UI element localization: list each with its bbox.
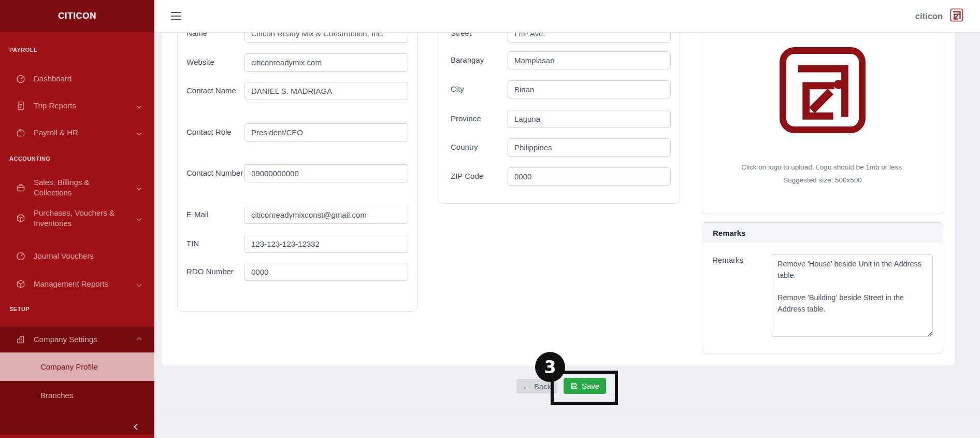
back-button[interactable]: ← Back — [516, 379, 557, 393]
field-label: Barangay — [451, 51, 508, 65]
cube-icon — [16, 213, 26, 223]
form-row: Contact Name — [186, 82, 408, 100]
company-settings-group: Company Settings Company Profile Branche… — [0, 327, 154, 434]
sidebar-item-purchases-vouchers[interactable]: Purchases, Vouchers & Inventories — [0, 202, 154, 234]
cube-icon — [16, 279, 26, 289]
sidebar-item-label: Payroll & HR — [34, 128, 78, 138]
barangay-input[interactable] — [508, 51, 671, 69]
zip-code-input[interactable] — [508, 167, 671, 186]
topbar-right: citicon — [915, 8, 963, 24]
field-label: City — [451, 80, 508, 94]
sidebar-collapse-button[interactable] — [132, 421, 142, 432]
tin-input[interactable] — [244, 235, 408, 253]
gauge-icon — [16, 251, 26, 261]
logo-caption: Click on logo to upload. Logo should be … — [702, 163, 943, 171]
topbar: citicon — [154, 0, 980, 33]
chevron-down-icon — [137, 103, 142, 108]
chevron-up-icon — [137, 337, 142, 342]
sidebar-item-management-reports[interactable]: Management Reports — [0, 272, 154, 296]
sidebar-item-label: Company Settings — [34, 334, 97, 345]
sidebar-item-label: Management Reports — [34, 279, 108, 289]
city-input[interactable] — [508, 80, 671, 98]
country-input[interactable] — [508, 138, 671, 157]
form-row: Province — [451, 110, 671, 128]
form-row: TIN — [186, 235, 408, 253]
sidebar-item-trip-reports[interactable]: Trip Reports — [0, 93, 154, 118]
contact-number-input[interactable] — [244, 164, 408, 182]
sidebar-item-label: Sales, Billings & Collections — [34, 177, 127, 199]
section-label-accounting: ACCOUNTING — [9, 156, 51, 162]
sidebar-item-company-settings[interactable]: Company Settings — [0, 327, 154, 352]
website-input[interactable] — [244, 53, 408, 72]
form-row: Name — [186, 33, 408, 43]
chevron-down-icon — [137, 130, 142, 135]
citicon-logo-icon — [950, 8, 963, 24]
main-content: Name Website Contact Name Contact Role C… — [154, 33, 980, 438]
sidebar-item-label: Journal Vouchers — [34, 251, 94, 261]
wallet-icon — [16, 128, 26, 138]
field-label: Name — [186, 33, 244, 38]
sidebar-item-label: Branches — [40, 391, 73, 400]
sidebar-subitem-company-profile[interactable]: Company Profile — [0, 352, 154, 381]
chevron-down-icon — [137, 281, 142, 287]
hamburger-menu-icon[interactable] — [171, 12, 181, 20]
remarks-textarea[interactable]: Remove 'House' beside Unit in the Addres… — [771, 254, 933, 337]
form-row: Barangay — [451, 51, 671, 69]
sidebar-item-journal-vouchers[interactable]: Journal Vouchers — [0, 244, 154, 269]
citicon-logo-image — [778, 46, 867, 135]
field-label: RDO Number — [186, 263, 244, 277]
field-label: ZIP Code — [451, 167, 508, 181]
rdo-number-input[interactable] — [244, 263, 408, 281]
save-button[interactable]: Save — [564, 378, 606, 394]
field-label: Contact Role — [186, 123, 244, 137]
sidebar-item-label: Company Profile — [40, 362, 98, 371]
sidebar-brand: CITICON — [0, 0, 154, 32]
chevron-left-icon — [134, 423, 140, 430]
section-label-payroll: PAYROLL — [9, 47, 37, 53]
contact-name-input[interactable] — [244, 82, 408, 100]
gauge-icon — [16, 74, 26, 84]
field-label: Province — [451, 110, 508, 124]
back-arrow-icon: ← — [523, 382, 530, 391]
topbar-brand-text: citicon — [915, 11, 943, 21]
sidebar-item-dashboard[interactable]: Dashboard — [0, 66, 154, 91]
field-label: Contact Number — [186, 164, 244, 178]
field-label: E-Mail — [186, 206, 244, 220]
section-label-setup: SETUP — [9, 306, 30, 312]
building-icon — [16, 334, 26, 345]
form-row: RDO Number — [186, 263, 408, 281]
form-row: Street — [451, 33, 671, 43]
chevron-down-icon — [137, 216, 142, 221]
back-button-label: Back — [534, 382, 551, 391]
form-row: Contact Number — [186, 164, 408, 182]
chevron-down-icon — [137, 185, 142, 190]
sidebar-item-sales-billings[interactable]: Sales, Billings & Collections — [0, 175, 154, 200]
logo-size-hint: Suggested size: 500x500 — [702, 176, 943, 184]
sidebar-item-label: Trip Reports — [34, 101, 76, 111]
contact-role-input[interactable] — [244, 123, 408, 142]
save-floppy-icon — [570, 382, 578, 390]
province-input[interactable] — [508, 110, 671, 128]
sidebar-item-payroll-hr[interactable]: Payroll & HR — [0, 120, 154, 145]
briefcase-icon — [16, 182, 26, 193]
email-input[interactable] — [244, 206, 408, 224]
form-row: E-Mail — [186, 206, 408, 224]
name-input[interactable] — [244, 33, 408, 43]
company-logo-upload[interactable] — [778, 46, 867, 135]
save-button-label: Save — [582, 382, 599, 390]
sidebar-item-label: Dashboard — [34, 74, 71, 84]
field-label: Website — [186, 53, 244, 67]
sidebar-subitem-branches[interactable]: Branches — [0, 381, 154, 409]
form-row: Country — [451, 138, 671, 157]
remarks-card-header: Remarks — [702, 223, 943, 243]
street-input[interactable] — [508, 33, 671, 43]
field-label: Contact Name — [186, 82, 244, 96]
field-label: Country — [451, 138, 508, 152]
remarks-card-title: Remarks — [713, 229, 745, 237]
form-row: Website — [186, 53, 408, 72]
sidebar-item-label: Purchases, Vouchers & Inventories — [34, 208, 126, 229]
document-icon — [16, 101, 26, 111]
sidebar: CITICON PAYROLL Dashboard Trip Reports P… — [0, 0, 154, 438]
form-row: ZIP Code — [451, 167, 671, 186]
footer-divider — [154, 415, 980, 415]
